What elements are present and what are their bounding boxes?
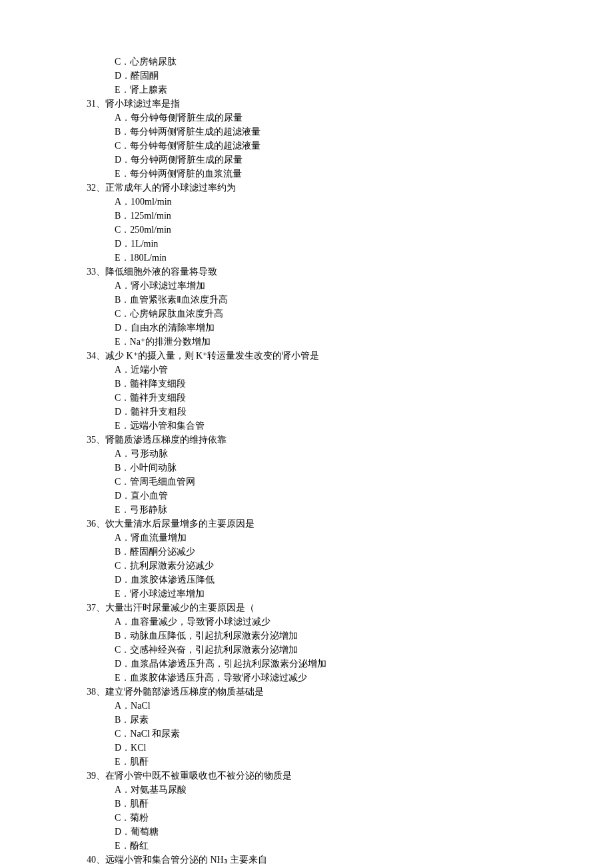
- option-line: B．尿素: [115, 713, 526, 727]
- option-line: C．菊粉: [115, 811, 526, 825]
- option-line: C．心房钠尿肽: [115, 55, 526, 69]
- option-line: B．小叶间动脉: [115, 461, 526, 475]
- option-line: D．血浆晶体渗透压升高，引起抗利尿激素分泌增加: [115, 657, 526, 671]
- option-line: C．管周毛细血管网: [115, 475, 526, 489]
- option-line: C．NaCl 和尿素: [115, 727, 526, 741]
- option-line: E．Na⁺的排泄分数增加: [115, 335, 526, 349]
- option-line: A．NaCl: [115, 699, 526, 713]
- question-line: 31、肾小球滤过率是指: [87, 97, 526, 111]
- option-line: C．心房钠尿肽血浓度升高: [115, 307, 526, 321]
- question-line: 33、降低细胞外液的容量将导致: [87, 265, 526, 279]
- option-line: C．交感神经兴奋，引起抗利尿激素分泌增加: [115, 643, 526, 657]
- option-line: B．血管紧张素Ⅱ血浓度升高: [115, 293, 526, 307]
- option-line: E．180L/min: [115, 251, 526, 265]
- option-line: D．自由水的清除率增加: [115, 321, 526, 335]
- question-line: 36、饮大量清水后尿量增多的主要原因是: [87, 517, 526, 531]
- question-line: 32、正常成年人的肾小球滤过率约为: [87, 181, 526, 195]
- option-line: A．弓形动脉: [115, 447, 526, 461]
- option-line: E．肾小球滤过率增加: [115, 587, 526, 601]
- option-line: B．髓袢降支细段: [115, 377, 526, 391]
- question-line: 40、远端小管和集合管分泌的 NH₃ 主要来自: [87, 853, 526, 867]
- option-line: C．250ml/min: [115, 223, 526, 237]
- option-line: D．葡萄糖: [115, 825, 526, 839]
- question-line: 34、减少 K⁺的摄入量，则 K⁺转运量发生改变的肾小管是: [87, 349, 526, 363]
- option-line: C．每分钟每侧肾脏生成的超滤液量: [115, 139, 526, 153]
- option-line: E．弓形静脉: [115, 503, 526, 517]
- option-line: D．直小血管: [115, 489, 526, 503]
- option-line: D．髓袢升支粗段: [115, 405, 526, 419]
- option-line: A．血容量减少，导致肾小球滤过减少: [115, 615, 526, 629]
- option-line: B．醛固酮分泌减少: [115, 545, 526, 559]
- document-page: C．心房钠尿肽D．醛固酮E．肾上腺素31、肾小球滤过率是指A．每分钟每侧肾脏生成…: [0, 0, 613, 868]
- option-line: A．100ml/min: [115, 195, 526, 209]
- option-line: D．醛固酮: [115, 69, 526, 83]
- option-line: C．髓袢升支细段: [115, 391, 526, 405]
- option-line: B．125ml/min: [115, 209, 526, 223]
- option-line: E．肾上腺素: [115, 83, 526, 97]
- question-line: 35、肾髓质渗透压梯度的维持依靠: [87, 433, 526, 447]
- option-line: B．动脉血压降低，引起抗利尿激素分泌增加: [115, 629, 526, 643]
- option-line: E．肌酐: [115, 755, 526, 769]
- option-line: A．近端小管: [115, 363, 526, 377]
- question-line: 39、在肾小管中既不被重吸收也不被分泌的物质是: [87, 769, 526, 783]
- option-line: B．肌酐: [115, 797, 526, 811]
- option-line: D．1L/min: [115, 237, 526, 251]
- option-line: B．每分钟两侧肾脏生成的超滤液量: [115, 125, 526, 139]
- option-line: A．对氨基马尿酸: [115, 783, 526, 797]
- option-line: A．每分钟每侧肾脏生成的尿量: [115, 111, 526, 125]
- option-line: C．抗利尿激素分泌减少: [115, 559, 526, 573]
- option-line: E．远端小管和集合管: [115, 419, 526, 433]
- option-line: D．每分钟两侧肾脏生成的尿量: [115, 153, 526, 167]
- option-line: E．酚红: [115, 839, 526, 853]
- option-line: A．肾小球滤过率增加: [115, 279, 526, 293]
- question-line: 37、大量出汗时尿量减少的主要原因是（: [87, 601, 526, 615]
- option-line: D．血浆胶体渗透压降低: [115, 573, 526, 587]
- option-line: E．每分钟两侧肾脏的血浆流量: [115, 167, 526, 181]
- option-line: A．肾血流量增加: [115, 531, 526, 545]
- option-line: D．KCl: [115, 741, 526, 755]
- option-line: E．血浆胶体渗透压升高，导致肾小球滤过减少: [115, 671, 526, 685]
- question-line: 38、建立肾外髓部渗透压梯度的物质基础是: [87, 685, 526, 699]
